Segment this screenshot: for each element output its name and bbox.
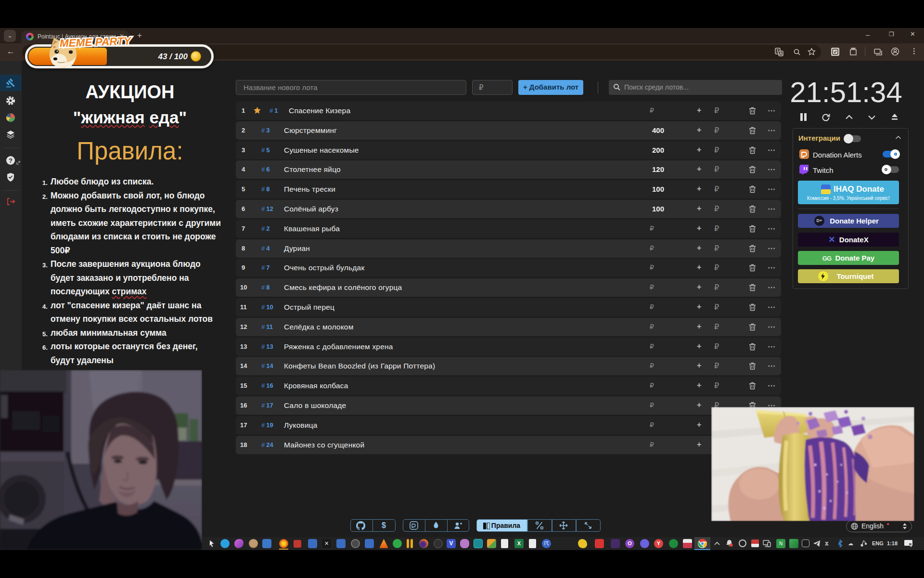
svg-text:?: ? (9, 157, 13, 164)
svg-text:MEME PARTY: MEME PARTY (60, 35, 132, 49)
